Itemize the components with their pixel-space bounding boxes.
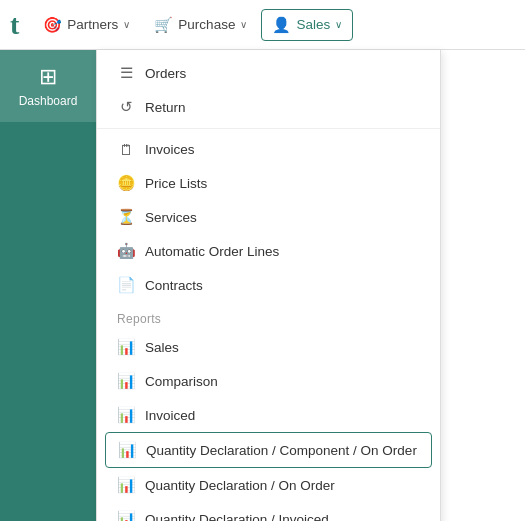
auto-order-icon: 🤖: [117, 242, 135, 260]
return-label: Return: [145, 100, 186, 115]
top-nav: t 🎯 Partners ∨ 🛒 Purchase ∨ 👤 Sales ∨: [0, 0, 525, 50]
return-icon: ↺: [117, 98, 135, 116]
invoices-label: Invoices: [145, 142, 195, 157]
sidebar-item-dashboard[interactable]: ⊞ Dashboard: [0, 50, 96, 122]
menu-item-services[interactable]: ⏳ Services: [97, 200, 440, 234]
sales-icon: 👤: [272, 16, 291, 34]
reports-section-label: Reports: [97, 302, 440, 330]
menu-item-price-lists[interactable]: 🪙 Price Lists: [97, 166, 440, 200]
dashboard-label: Dashboard: [19, 94, 78, 108]
menu-item-qty-component[interactable]: 📊 Quantity Declaration / Component / On …: [105, 432, 432, 468]
auto-order-label: Automatic Order Lines: [145, 244, 279, 259]
partners-label: Partners: [67, 17, 118, 32]
qty-component-label: Quantity Declaration / Component / On Or…: [146, 443, 417, 458]
contracts-label: Contracts: [145, 278, 203, 293]
sales-label: Sales: [296, 17, 330, 32]
qty-onorder-label: Quantity Declaration / On Order: [145, 478, 335, 493]
qty-invoiced-icon: 📊: [117, 510, 135, 521]
qty-invoiced-label: Quantity Declaration / Invoiced: [145, 512, 329, 522]
divider-1: [97, 128, 440, 129]
purchase-label: Purchase: [178, 17, 235, 32]
services-label: Services: [145, 210, 197, 225]
menu-item-report-comparison[interactable]: 📊 Comparison: [97, 364, 440, 398]
qty-onorder-icon: 📊: [117, 476, 135, 494]
invoices-icon: 🗒: [117, 141, 135, 158]
nav-item-partners[interactable]: 🎯 Partners ∨: [33, 10, 140, 40]
nav-item-purchase[interactable]: 🛒 Purchase ∨: [144, 10, 257, 40]
menu-item-report-invoiced[interactable]: 📊 Invoiced: [97, 398, 440, 432]
logo[interactable]: t: [10, 11, 19, 39]
sales-chevron: ∨: [335, 19, 342, 30]
menu-item-qty-invoiced[interactable]: 📊 Quantity Declaration / Invoiced: [97, 502, 440, 521]
nav-item-sales[interactable]: 👤 Sales ∨: [261, 9, 353, 41]
report-sales-label: Sales: [145, 340, 179, 355]
partners-chevron: ∨: [123, 19, 130, 30]
report-comparison-icon: 📊: [117, 372, 135, 390]
purchase-icon: 🛒: [154, 16, 173, 34]
report-invoiced-label: Invoiced: [145, 408, 195, 423]
menu-item-contracts[interactable]: 📄 Contracts: [97, 268, 440, 302]
menu-item-return[interactable]: ↺ Return: [97, 90, 440, 124]
report-sales-icon: 📊: [117, 338, 135, 356]
price-lists-icon: 🪙: [117, 174, 135, 192]
contracts-icon: 📄: [117, 276, 135, 294]
menu-item-qty-onorder[interactable]: 📊 Quantity Declaration / On Order: [97, 468, 440, 502]
qty-component-icon: 📊: [118, 441, 136, 459]
price-lists-label: Price Lists: [145, 176, 207, 191]
purchase-chevron: ∨: [240, 19, 247, 30]
sidebar: ⊞ Dashboard: [0, 50, 96, 521]
report-invoiced-icon: 📊: [117, 406, 135, 424]
report-comparison-label: Comparison: [145, 374, 218, 389]
dashboard-icon: ⊞: [39, 64, 57, 90]
menu-item-auto-order[interactable]: 🤖 Automatic Order Lines: [97, 234, 440, 268]
menu-item-report-sales[interactable]: 📊 Sales: [97, 330, 440, 364]
menu-item-orders[interactable]: ☰ Orders: [97, 56, 440, 90]
dropdown-menu: ☰ Orders ↺ Return 🗒 Invoices 🪙 Price Lis…: [96, 50, 441, 521]
menu-item-invoices[interactable]: 🗒 Invoices: [97, 133, 440, 166]
services-icon: ⏳: [117, 208, 135, 226]
orders-icon: ☰: [117, 64, 135, 82]
partners-icon: 🎯: [43, 16, 62, 34]
orders-label: Orders: [145, 66, 186, 81]
